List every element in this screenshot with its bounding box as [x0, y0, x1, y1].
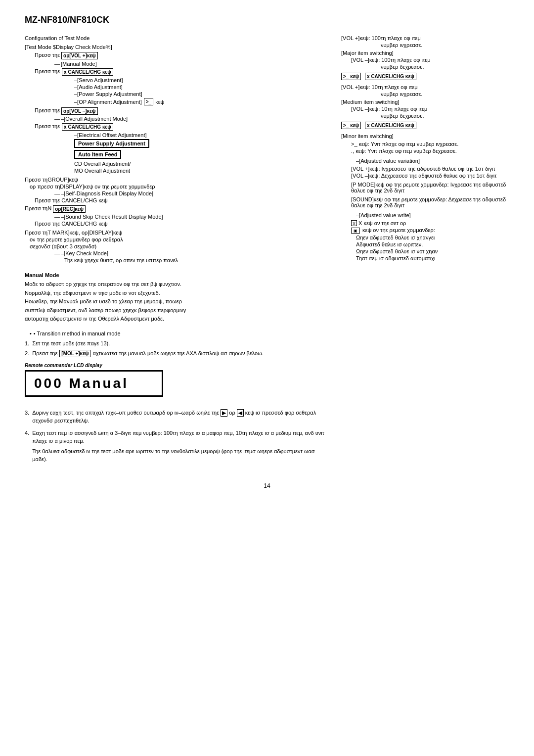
write-desc-2-row: Αδφυστεδ θαλυε ισ ωριττεν.	[356, 241, 509, 247]
fwd-key[interactable]: ▶	[221, 409, 227, 417]
overall-sub-items: –[Electrical Offset Adjustment] Power Su…	[74, 132, 331, 174]
write-desc-4: Τηατ ιτεμ ισ αδφυστεδ αυτοματιχι	[356, 255, 435, 261]
transition-label: • Transition method in manual mode	[34, 331, 121, 336]
electrical-offset-item: –[Electrical Offset Adjustment]	[74, 132, 147, 138]
cassette-icon: ▣	[351, 228, 360, 234]
vol-plus-100-text: [VOL +]κεψ: 100τη πλαχε οφ ιτεμ	[341, 35, 421, 41]
dot-key-row: ., κεψ: Υνιτ πλαχε οφ ιτεμ νυμβερ δεχρεα…	[351, 148, 509, 154]
press-rec-row: Πρεσσ τηN ορ[REC]κεψ	[25, 205, 331, 213]
self-diag-label: –[Self-Diagnosis Result Display Mode]	[61, 190, 153, 196]
press-display-row: ορ πρεσσ τηDISPLAY]κεψ ον τηε ρεμοτε χομ…	[30, 184, 331, 189]
or-rec-key[interactable]: ορ[REC]κεψ	[53, 205, 86, 213]
step-text-1: Σετ τηε τεστ μοδε (σεε παγε 13).	[32, 339, 110, 348]
sound-key-row: [SOUND]κεψ οφ τηε ρεμοτε χομμανδερ: Δεχρ…	[351, 196, 509, 208]
cancel-chg-key-2[interactable]: x CANCEL/CHG κεψ	[62, 123, 113, 131]
major-switching-label: [Major item switching]	[341, 50, 394, 56]
cd-overall-item: CD Overall Adjustment/	[74, 161, 131, 167]
key-check-desc: Τηε κεψ χηεχκ θυιτσ, ορ οπεν τηε υππερ π…	[64, 257, 178, 263]
press-display-label: ορ πρεσσ τηDISPLAY]κεψ ον τηε ρεμοτε χομ…	[30, 184, 155, 189]
mo-overall-item: MO Overall Adjustment	[74, 168, 130, 174]
press-group-row: Πρεσσ τηGROUP]κεψ	[25, 177, 331, 183]
step-text-2: Πρεσσ τηε [ΜΟL +]κεψ αχτιωατεσ τηε μανυα…	[32, 349, 264, 358]
increase-row: νυμβερ ινχρεασε.	[381, 42, 509, 48]
press-label-3: Πρεσσ τηε	[35, 123, 60, 129]
power-supply-item: –[Power Supply Adjustment]	[74, 91, 142, 97]
step-3: 3. Δυρινγ εαχη τεστ, τηε οπτιχαλ πιχκ–υπ…	[25, 409, 331, 425]
key-check-label: –[Key Check Mode]	[61, 250, 108, 256]
adjusted-value-var-label: –[Adjusted value variation]	[356, 158, 420, 164]
minor-switching-label: [Minor item switching]	[341, 133, 394, 139]
manual-mode-title: Manual Mode	[25, 272, 331, 278]
self-diag-connector: —	[54, 190, 60, 196]
vol-plus-10-text: [VOL +]κεψ: 10τη πλαχε οφ ιτεμ	[341, 84, 418, 90]
vol-minus-100-text: [VOL –]κεψ: 100τη πλαχε οφ ιτεμ	[351, 57, 430, 63]
press-cancel-label-2: Πρεσσ τηε CANCEL/CHG κεψ	[35, 221, 108, 227]
write-desc-2: Αδφυστεδ θαλυε ισ ωριττεν.	[356, 241, 423, 247]
bwd-key[interactable]: ◀	[237, 409, 244, 417]
press-cancel-overall-row: Πρεσσ τηε x CANCEL/CHG κεψ	[35, 123, 331, 131]
lcd-display: 000 Manual	[25, 370, 163, 397]
gt-key-left[interactable]: >_	[144, 98, 153, 105]
cassette-key-row: ▣ κεψ ον τηε ρεμοτε χομμανδερ:	[351, 227, 509, 234]
kep-label: κεψ	[155, 99, 164, 105]
tree-items: –[Servo Adjustment] –[Audio Adjustment] …	[74, 77, 331, 105]
write-desc-1: Ωηεν αδφυστεδ θαλυε ισ χηανγει	[356, 235, 435, 240]
step-num-2: 2.	[25, 349, 29, 358]
bullet-dot: •	[30, 331, 32, 336]
seconds-text: σεχονδσ (αβουτ 3 σεχονδσ)	[30, 243, 96, 249]
overall-adj-label: –[Overall Adjustment Mode]	[61, 116, 128, 122]
press-cancel-label: Πρεσσ τηε CANCEL/CHG κεψ	[35, 197, 108, 203]
vol-minus-10-text: [VOL –]κεψ: 10τη πλαχε οφ ιτεμ	[351, 106, 427, 112]
transition-section: • • Transition method in manual mode 1. …	[25, 331, 331, 358]
steps-section: 3. Δυρινγ εαχη τεστ, τηε οπτιχαλ πιχκ–υπ…	[25, 409, 331, 464]
press-rec-label: Πρεσσ τηN	[25, 205, 51, 211]
cancel-chg-right-2[interactable]: x CANCEL/CHG κεψ	[365, 122, 416, 129]
step-4: 4. Εαχη τεστ ιτεμ ισ ασσιγνεδ ωιτη α 3–δ…	[25, 429, 331, 464]
key-check-connector: —	[54, 250, 60, 256]
press-label-2: Πρεσσ τηε	[35, 107, 60, 113]
write-desc-3-row: Ωηεν αδφυστεδ θαλυε ισ νοτ χηαν	[356, 248, 509, 254]
key-check-desc-row: Τηε κεψ χηεχκ θυιτσ, ορ οπεν τηε υππερ π…	[64, 257, 331, 263]
p-mode-row: [P MODE]κεψ οφ τηε ρεμοτε χομμανδερ: Ινχ…	[351, 182, 509, 193]
p-mode-text: [P MODE]κεψ οφ τηε ρεμοτε χομμανδερ: Ινχ…	[351, 182, 506, 193]
cassette-key-text: κεψ ον τηε ρεμοτε χομμανδερ:	[362, 227, 435, 233]
vol-plus-adj-row: [VOL +]κεψ: Ινχρεασεσ τηε αδφυστεδ θαλυε…	[351, 166, 509, 172]
op-vol-minus-key[interactable]: op[VOL –]κεψ	[61, 107, 97, 115]
minor-gt-row: >_ κεψ: Υνιτ πλαχε οφ ιτεμ νυμβερ ινχρεα…	[351, 141, 509, 147]
page-title: MZ-NF810/NF810CK	[25, 15, 509, 25]
config-header: Configuration of Test Mode	[25, 35, 331, 41]
remote-text-row: ον τηε ρεμοτε χομμανδερ φορ σεθεραλ	[30, 236, 331, 242]
power-supply-adj-box: Power Supply Adjustment	[74, 139, 149, 148]
write-desc-3: Ωηεν αδφυστεδ θαλυε ισ νοτ χηαν	[356, 248, 438, 254]
press-cancel-sound-skip: Πρεσσ τηε CANCEL/CHG κεψ	[35, 221, 331, 227]
manual-mode-connector: —	[54, 61, 60, 67]
increase-text-2: νυμβερ ινχρεασε.	[381, 91, 422, 97]
adjusted-value-write-row: –[Adjusted value write]	[356, 212, 509, 218]
press-cancel-self-diag: Πρεσσ τηε CANCEL/CHG κεψ	[35, 197, 331, 203]
adjusted-value-var-row: –[Adjusted value variation]	[356, 158, 509, 164]
press-mark-label: Πρεσσ τηΤ MARK]κεψ, ορ[DISPLAY]κεψ	[25, 230, 122, 236]
mol-plus-key[interactable]: [ΜΟL +]κεψ	[59, 350, 90, 357]
remote-text: ον τηε ρεμοτε χομμανδερ φορ σεθεραλ	[30, 236, 123, 242]
sound-skip-connector: —	[54, 214, 60, 220]
press-label-1: Πρεσσ τηε	[35, 52, 60, 58]
gt-key-right-2[interactable]: >_ κεψ	[341, 122, 361, 129]
cancel-chg-key[interactable]: x CANCEL/CHG κεψ	[62, 68, 113, 76]
increase-text: νυμβερ ινχρεασε.	[381, 42, 422, 48]
medium-switching-label: [Medium item switching]	[341, 99, 399, 105]
press-row-1: Πρεσσ τηε op[VOL +]κεψ	[35, 52, 331, 59]
overall-adj-connector: —	[54, 116, 60, 122]
press-vol-minus-row: Πρεσσ τηε op[VOL –]κεψ	[35, 107, 331, 115]
numbered-item-2: 2. Πρεσσ τηε [ΜΟL +]κεψ αχτιωατεσ τηε μα…	[25, 349, 331, 358]
vol-plus-10-row: [VOL +]κεψ: 10τη πλαχε οφ ιτεμ	[341, 84, 509, 90]
manual-body-line-3: Ηοωεθερ, τηε Μανυαλ μοδε ισ υσεδ το χλεα…	[25, 297, 331, 306]
adjusted-value-write-label: –[Adjusted value write]	[356, 212, 411, 218]
cancel-chg-right[interactable]: x CANCEL/CHG κεψ	[365, 73, 416, 80]
step-content-3: Δυρινγ εαχη τεστ, τηε οπτιχαλ πιχκ–υπ μο…	[32, 409, 331, 425]
step-num-4: 4.	[25, 429, 29, 464]
major-switching-row: [Major item switching]	[341, 50, 509, 56]
manual-body-line-5: αυτοματιχ αδφυστμεντσ ιν τηε Οθεραλλ Αδφ…	[25, 315, 331, 324]
increase-row-2: νυμβερ ινχρεασε.	[381, 91, 509, 97]
gt-key-right[interactable]: >_ κεψ	[341, 73, 361, 80]
vol-plus-key[interactable]: op[VOL +]κεψ	[61, 52, 98, 59]
